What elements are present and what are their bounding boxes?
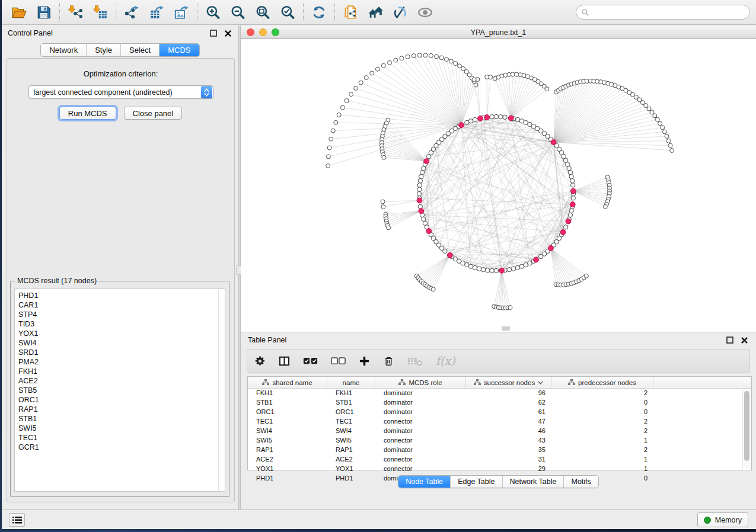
network-leaf-node[interactable]: [344, 99, 349, 103]
network-leaf-node[interactable]: [364, 76, 368, 80]
network-node[interactable]: [417, 183, 422, 187]
network-node[interactable]: [499, 115, 503, 119]
network-leaf-node[interactable]: [655, 117, 659, 121]
network-edge[interactable]: [384, 66, 461, 125]
float-panel-icon[interactable]: [209, 28, 218, 38]
network-leaf-node[interactable]: [423, 53, 428, 57]
network-edge[interactable]: [427, 255, 450, 286]
network-node[interactable]: [519, 119, 524, 123]
network-edge[interactable]: [573, 191, 608, 202]
plus-icon[interactable]: [359, 355, 370, 367]
network-leaf-node[interactable]: [439, 56, 444, 60]
network-leaf-node[interactable]: [359, 81, 363, 85]
network-leaf-node[interactable]: [508, 306, 512, 310]
search-field[interactable]: [576, 5, 750, 20]
network-edge[interactable]: [422, 255, 450, 281]
unselect-all-icon[interactable]: [331, 355, 346, 367]
tab-motifs[interactable]: Motifs: [563, 476, 598, 488]
network-leaf-node[interactable]: [412, 54, 416, 58]
network-leaf-node[interactable]: [387, 226, 391, 230]
network-node[interactable]: [473, 117, 477, 121]
network-leaf-node[interactable]: [603, 204, 607, 209]
network-hub-node[interactable]: [424, 159, 429, 164]
network-node[interactable]: [515, 265, 519, 270]
network-leaf-node[interactable]: [658, 121, 662, 126]
table-row[interactable]: YOX1YOX1connector291: [248, 464, 751, 474]
save-icon[interactable]: [35, 4, 53, 21]
network-node[interactable]: [468, 264, 473, 268]
snapshot-icon[interactable]: [342, 4, 359, 21]
network-node[interactable]: [568, 213, 572, 217]
table-row[interactable]: TEC1TEC1connector472: [248, 417, 751, 427]
network-edge[interactable]: [551, 248, 566, 285]
network-leaf-node[interactable]: [400, 56, 404, 60]
network-edge[interactable]: [511, 78, 531, 118]
mcds-node-item[interactable]: SWI4: [18, 338, 225, 348]
column-header-successor-nodes[interactable]: successor nodes: [466, 377, 551, 388]
network-hub-node[interactable]: [499, 268, 505, 273]
network-leaf-node[interactable]: [665, 134, 669, 139]
network-edge[interactable]: [418, 255, 450, 278]
network-edge[interactable]: [390, 63, 461, 125]
mcds-node-item[interactable]: TEC1: [18, 433, 225, 443]
mcds-node-item[interactable]: STB5: [18, 386, 225, 395]
network-node[interactable]: [569, 209, 573, 213]
import-network-icon[interactable]: [66, 4, 84, 21]
network-node[interactable]: [420, 170, 424, 174]
network-edge[interactable]: [433, 149, 529, 263]
float-table-panel-icon[interactable]: [725, 335, 735, 345]
network-leaf-node[interactable]: [388, 60, 392, 65]
run-mcds-button[interactable]: Run MCDS: [59, 107, 116, 120]
network-node[interactable]: [422, 217, 426, 221]
tab-network[interactable]: Network: [41, 44, 86, 56]
mcds-node-item[interactable]: FKH1: [18, 367, 225, 376]
network-edge[interactable]: [536, 191, 573, 260]
network-edge[interactable]: [554, 142, 671, 146]
network-hub-node[interactable]: [426, 229, 432, 234]
network-leaf-node[interactable]: [584, 274, 588, 278]
zoom-selected-icon[interactable]: [279, 4, 296, 21]
mcds-node-item[interactable]: SRD1: [18, 348, 225, 357]
tab-edge-table[interactable]: Edge Table: [450, 476, 502, 488]
table-row[interactable]: ORC1ORC1dominator610: [248, 408, 751, 417]
network-edge[interactable]: [347, 101, 461, 125]
network-leaf-node[interactable]: [445, 57, 449, 62]
zoom-out-icon[interactable]: [229, 4, 247, 21]
table-scrollbar[interactable]: [742, 390, 750, 469]
mcds-node-item[interactable]: PHD1: [18, 291, 225, 300]
network-edge[interactable]: [388, 211, 422, 226]
select-all-icon[interactable]: [303, 355, 318, 367]
refresh-icon[interactable]: [310, 4, 328, 21]
tab-mcds[interactable]: MCDS: [159, 44, 199, 56]
network-leaf-node[interactable]: [337, 113, 341, 117]
table-row[interactable]: FKH1FKH1dominator962: [248, 389, 751, 398]
network-leaf-node[interactable]: [381, 63, 385, 68]
network-leaf-node[interactable]: [417, 53, 422, 57]
network-edge[interactable]: [388, 120, 426, 162]
gear-icon[interactable]: [254, 355, 266, 367]
export-network-icon[interactable]: [123, 4, 141, 21]
network-node[interactable]: [418, 204, 422, 209]
tab-node-table[interactable]: Node Table: [398, 476, 450, 488]
network-node[interactable]: [567, 166, 571, 170]
network-edge[interactable]: [387, 211, 422, 223]
network-leaf-node[interactable]: [485, 75, 489, 79]
vizmap-icon[interactable]: [391, 4, 409, 21]
home-icon[interactable]: [366, 4, 384, 21]
tab-network-table[interactable]: Network Table: [502, 476, 564, 488]
mcds-node-item[interactable]: YOX1: [18, 329, 225, 338]
network-node[interactable]: [568, 170, 572, 174]
network-edge[interactable]: [382, 143, 426, 161]
network-leaf-node[interactable]: [668, 143, 672, 148]
network-canvas[interactable]: [241, 39, 756, 332]
network-leaf-node[interactable]: [644, 104, 648, 108]
mcds-node-item[interactable]: CAR1: [18, 300, 225, 310]
memory-button[interactable]: Memory: [697, 512, 748, 527]
table-row[interactable]: SWI4SWI4dominator462: [248, 427, 751, 436]
network-leaf-node[interactable]: [326, 164, 330, 168]
network-hub-node[interactable]: [534, 257, 539, 262]
network-edge[interactable]: [356, 88, 461, 125]
column-header-shared-name[interactable]: shared name: [248, 377, 327, 388]
function-icon[interactable]: f(x): [436, 354, 455, 367]
column-header-predecessor-nodes[interactable]: predecessor nodes: [551, 377, 653, 388]
